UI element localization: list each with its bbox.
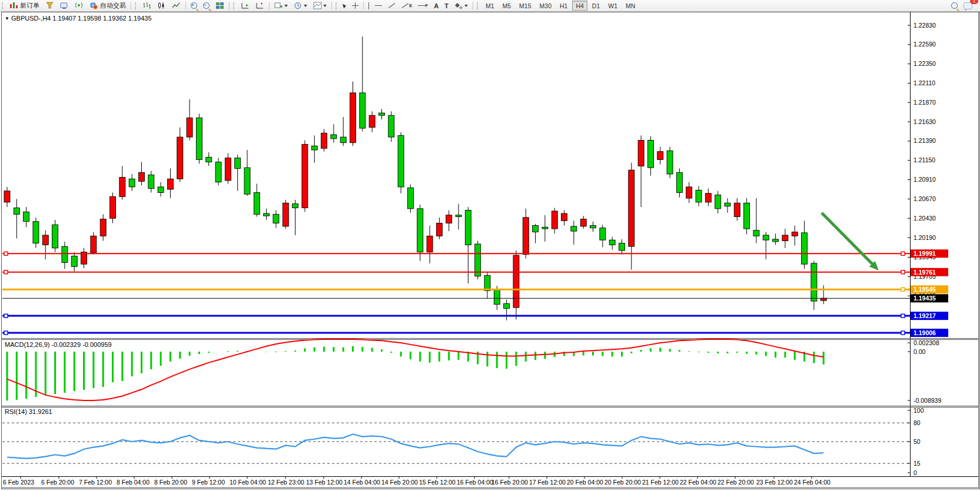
signals-button[interactable] xyxy=(72,1,87,11)
candle-body[interactable] xyxy=(696,190,702,202)
add-indicator-button[interactable] xyxy=(271,1,291,11)
candle-body[interactable] xyxy=(436,223,442,236)
fibonacci-tool[interactable]: F xyxy=(415,1,431,11)
line-handle[interactable] xyxy=(901,252,905,255)
candle-body[interactable] xyxy=(398,135,404,187)
candle-body[interactable] xyxy=(254,192,260,214)
vertical-line-tool[interactable] xyxy=(366,1,372,11)
toolbar-grip[interactable] xyxy=(2,2,5,9)
candle-body[interactable] xyxy=(580,219,586,226)
candle-body[interactable] xyxy=(820,298,826,300)
candle-body[interactable] xyxy=(215,162,221,182)
candle-body[interactable] xyxy=(100,219,106,236)
tile-windows-button[interactable] xyxy=(212,1,227,11)
candle-body[interactable] xyxy=(369,115,375,128)
candle-body[interactable] xyxy=(119,177,125,196)
candle-body[interactable] xyxy=(311,146,317,150)
timeframe-M5[interactable]: M5 xyxy=(499,1,515,11)
shapes-tool[interactable] xyxy=(451,1,471,11)
candle-body[interactable] xyxy=(667,151,673,174)
candle-body[interactable] xyxy=(158,187,164,193)
candle-body[interactable] xyxy=(763,235,769,240)
candle-body[interactable] xyxy=(619,243,624,250)
label-tool[interactable]: T xyxy=(441,1,451,11)
candle-body[interactable] xyxy=(782,235,788,241)
candle-body[interactable] xyxy=(110,196,116,218)
candle-body[interactable] xyxy=(802,233,808,264)
candle-body[interactable] xyxy=(206,157,212,162)
candle-body[interactable] xyxy=(590,226,596,228)
candle-body[interactable] xyxy=(302,144,308,208)
timeframe-M15[interactable]: M15 xyxy=(516,1,534,11)
new-order-button[interactable]: 新订单 xyxy=(6,1,42,11)
candle-body[interactable] xyxy=(513,255,519,308)
trendline-tool[interactable] xyxy=(385,1,398,11)
candle-body[interactable] xyxy=(71,256,77,267)
chart-shift-button[interactable] xyxy=(253,1,267,11)
candle-body[interactable] xyxy=(734,203,740,216)
candle-body[interactable] xyxy=(523,218,529,255)
candle-body[interactable] xyxy=(33,222,39,243)
candle-body[interactable] xyxy=(91,236,97,253)
candle-body[interactable] xyxy=(52,225,58,248)
text-tool[interactable]: A xyxy=(431,1,441,11)
candle-body[interactable] xyxy=(811,263,817,301)
candle-body[interactable] xyxy=(283,203,288,226)
candle-body[interactable] xyxy=(629,170,634,246)
line-handle[interactable] xyxy=(901,331,905,335)
candle-body[interactable] xyxy=(504,303,510,308)
candle-body[interactable] xyxy=(167,179,173,189)
line-handle[interactable] xyxy=(4,252,8,255)
candle-body[interactable] xyxy=(129,179,135,187)
zoom-in-button[interactable]: + xyxy=(188,1,200,11)
timeframe-M30[interactable]: M30 xyxy=(536,1,555,11)
candle-body[interactable] xyxy=(744,203,750,229)
candle-body[interactable] xyxy=(571,226,577,231)
candle-body[interactable] xyxy=(686,187,692,198)
candle-body[interactable] xyxy=(24,212,29,221)
candle-body[interactable] xyxy=(235,158,241,169)
candle-body[interactable] xyxy=(196,118,202,159)
line-handle[interactable] xyxy=(901,288,905,291)
candle-body[interactable] xyxy=(350,93,356,143)
candle-body[interactable] xyxy=(417,209,423,252)
candle-body[interactable] xyxy=(600,228,606,241)
channel-tool[interactable]: E xyxy=(398,1,415,11)
cursor-tool[interactable] xyxy=(340,1,349,11)
candle-body[interactable] xyxy=(340,137,346,143)
arrow-annotation[interactable] xyxy=(822,213,875,267)
period-button[interactable] xyxy=(291,1,310,11)
candle-body[interactable] xyxy=(638,141,644,166)
candle-body[interactable] xyxy=(273,214,279,223)
candle-body[interactable] xyxy=(42,235,48,245)
chart-canvas[interactable]: 1.228301.225901.223501.221101.218701.216… xyxy=(0,12,980,491)
template-button[interactable] xyxy=(310,1,330,11)
candle-body[interactable] xyxy=(725,203,730,206)
candle-body[interactable] xyxy=(475,244,481,276)
candle-body[interactable] xyxy=(244,168,250,194)
candle-body[interactable] xyxy=(293,204,298,208)
candle-body[interactable] xyxy=(378,113,384,115)
auto-scroll-button[interactable] xyxy=(238,1,253,11)
line-handle[interactable] xyxy=(4,314,8,318)
candle-body[interactable] xyxy=(676,172,682,192)
history-button[interactable] xyxy=(42,1,57,11)
candle-body[interactable] xyxy=(792,232,798,236)
line-handle[interactable] xyxy=(4,331,8,335)
candle-body[interactable] xyxy=(148,175,154,188)
symbol-dropdown-icon[interactable]: ▼ xyxy=(5,16,9,21)
candle-body[interactable] xyxy=(388,115,394,137)
candle-body[interactable] xyxy=(14,208,19,214)
line-handle[interactable] xyxy=(901,314,905,318)
zoom-out-button[interactable]: − xyxy=(200,1,212,11)
candle-body[interactable] xyxy=(427,236,433,252)
candle-body[interactable] xyxy=(138,172,144,181)
candle-body[interactable] xyxy=(62,246,68,262)
search-button[interactable] xyxy=(948,1,961,11)
timeframe-H1[interactable]: H1 xyxy=(556,1,571,11)
candle-body[interactable] xyxy=(609,240,615,245)
candle-body[interactable] xyxy=(705,193,711,202)
candle-body[interactable] xyxy=(225,158,231,181)
candle-body[interactable] xyxy=(657,152,663,160)
timeframe-M1[interactable]: M1 xyxy=(482,1,498,11)
